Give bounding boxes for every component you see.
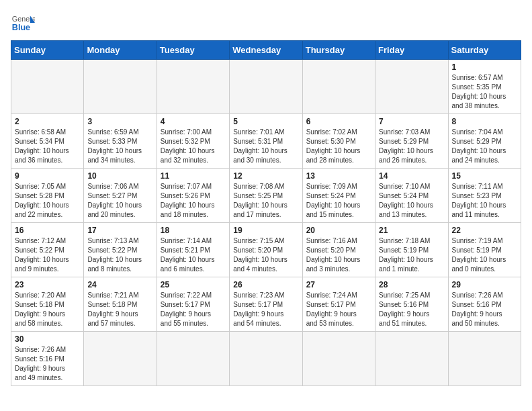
- weekday-header-friday: Friday: [375, 41, 448, 60]
- day-number: 1: [452, 62, 517, 72]
- day-number: 6: [306, 117, 371, 126]
- calendar-cell: 18Sunrise: 7:14 AM Sunset: 5:21 PM Dayli…: [157, 223, 229, 277]
- day-info: Sunrise: 6:59 AM Sunset: 5:33 PM Dayligh…: [87, 128, 152, 165]
- day-number: 15: [452, 171, 517, 181]
- day-number: 3: [87, 117, 152, 126]
- day-info: Sunrise: 7:07 AM Sunset: 5:26 PM Dayligh…: [161, 182, 226, 220]
- calendar-cell: 10Sunrise: 7:06 AM Sunset: 5:27 PM Dayli…: [84, 169, 157, 223]
- calendar-cell: 5Sunrise: 7:01 AM Sunset: 5:31 PM Daylig…: [230, 114, 302, 169]
- day-info: Sunrise: 7:09 AM Sunset: 5:24 PM Dayligh…: [306, 182, 371, 220]
- day-info: Sunrise: 7:16 AM Sunset: 5:20 PM Dayligh…: [306, 236, 371, 274]
- calendar-cell: 8Sunrise: 7:04 AM Sunset: 5:29 PM Daylig…: [448, 114, 521, 169]
- calendar-cell: 28Sunrise: 7:25 AM Sunset: 5:16 PM Dayli…: [375, 277, 448, 332]
- day-number: 4: [161, 117, 226, 126]
- logo-icon: General Blue: [11, 11, 35, 35]
- calendar-cell: 1Sunrise: 6:57 AM Sunset: 5:35 PM Daylig…: [448, 60, 521, 114]
- calendar-week-2: 2Sunrise: 6:58 AM Sunset: 5:34 PM Daylig…: [11, 114, 521, 169]
- calendar-cell: [230, 60, 302, 114]
- day-number: 7: [379, 117, 444, 126]
- calendar-week-6: 30Sunrise: 7:26 AM Sunset: 5:16 PM Dayli…: [11, 332, 521, 386]
- day-number: 2: [15, 117, 80, 126]
- calendar-cell: [375, 60, 448, 114]
- day-number: 18: [161, 226, 226, 235]
- calendar-cell: [157, 332, 229, 386]
- calendar-cell: [448, 332, 521, 386]
- calendar-week-4: 16Sunrise: 7:12 AM Sunset: 5:22 PM Dayli…: [11, 223, 521, 277]
- day-number: 14: [379, 171, 444, 181]
- calendar-cell: 7Sunrise: 7:03 AM Sunset: 5:29 PM Daylig…: [375, 114, 448, 169]
- calendar-cell: 23Sunrise: 7:20 AM Sunset: 5:18 PM Dayli…: [11, 277, 84, 332]
- calendar-cell: 12Sunrise: 7:08 AM Sunset: 5:25 PM Dayli…: [230, 169, 302, 223]
- day-number: 27: [306, 280, 371, 289]
- day-number: 16: [15, 226, 80, 235]
- day-number: 20: [306, 226, 371, 235]
- day-number: 28: [379, 280, 444, 289]
- calendar-cell: 14Sunrise: 7:10 AM Sunset: 5:24 PM Dayli…: [375, 169, 448, 223]
- weekday-header-tuesday: Tuesday: [157, 41, 229, 60]
- day-info: Sunrise: 7:25 AM Sunset: 5:16 PM Dayligh…: [379, 291, 444, 328]
- day-info: Sunrise: 7:08 AM Sunset: 5:25 PM Dayligh…: [233, 182, 298, 220]
- weekday-header-saturday: Saturday: [448, 41, 521, 60]
- day-info: Sunrise: 7:26 AM Sunset: 5:16 PM Dayligh…: [15, 345, 80, 383]
- calendar-cell: 17Sunrise: 7:13 AM Sunset: 5:22 PM Dayli…: [84, 223, 157, 277]
- day-number: 13: [306, 171, 371, 181]
- day-info: Sunrise: 7:14 AM Sunset: 5:21 PM Dayligh…: [161, 236, 226, 274]
- calendar-cell: 20Sunrise: 7:16 AM Sunset: 5:20 PM Dayli…: [302, 223, 375, 277]
- day-info: Sunrise: 7:19 AM Sunset: 5:19 PM Dayligh…: [452, 236, 517, 274]
- day-number: 19: [233, 226, 298, 235]
- day-number: 23: [15, 280, 80, 289]
- calendar-cell: 3Sunrise: 6:59 AM Sunset: 5:33 PM Daylig…: [84, 114, 157, 169]
- day-info: Sunrise: 7:22 AM Sunset: 5:17 PM Dayligh…: [161, 291, 226, 328]
- calendar-week-5: 23Sunrise: 7:20 AM Sunset: 5:18 PM Dayli…: [11, 277, 521, 332]
- day-info: Sunrise: 7:12 AM Sunset: 5:22 PM Dayligh…: [15, 236, 80, 274]
- day-info: Sunrise: 7:20 AM Sunset: 5:18 PM Dayligh…: [15, 291, 80, 328]
- weekday-header-row: SundayMondayTuesdayWednesdayThursdayFrid…: [11, 41, 521, 60]
- day-info: Sunrise: 7:06 AM Sunset: 5:27 PM Dayligh…: [87, 182, 152, 220]
- day-info: Sunrise: 7:04 AM Sunset: 5:29 PM Dayligh…: [452, 128, 517, 165]
- day-number: 10: [87, 171, 152, 181]
- calendar-cell: [302, 60, 375, 114]
- calendar-cell: [157, 60, 229, 114]
- logo: General Blue: [11, 11, 35, 35]
- day-number: 11: [161, 171, 226, 181]
- day-info: Sunrise: 7:11 AM Sunset: 5:23 PM Dayligh…: [452, 182, 517, 220]
- calendar-week-1: 1Sunrise: 6:57 AM Sunset: 5:35 PM Daylig…: [11, 60, 521, 114]
- calendar-cell: 13Sunrise: 7:09 AM Sunset: 5:24 PM Dayli…: [302, 169, 375, 223]
- day-number: 26: [233, 280, 298, 289]
- calendar-cell: 29Sunrise: 7:26 AM Sunset: 5:16 PM Dayli…: [448, 277, 521, 332]
- calendar-cell: [11, 60, 84, 114]
- day-info: Sunrise: 6:58 AM Sunset: 5:34 PM Dayligh…: [15, 128, 80, 165]
- calendar-week-3: 9Sunrise: 7:05 AM Sunset: 5:28 PM Daylig…: [11, 169, 521, 223]
- calendar-cell: [84, 60, 157, 114]
- day-info: Sunrise: 7:02 AM Sunset: 5:30 PM Dayligh…: [306, 128, 371, 165]
- day-info: Sunrise: 7:15 AM Sunset: 5:20 PM Dayligh…: [233, 236, 298, 274]
- calendar-cell: 25Sunrise: 7:22 AM Sunset: 5:17 PM Dayli…: [157, 277, 229, 332]
- calendar-cell: 11Sunrise: 7:07 AM Sunset: 5:26 PM Dayli…: [157, 169, 229, 223]
- day-info: Sunrise: 7:13 AM Sunset: 5:22 PM Dayligh…: [87, 236, 152, 274]
- svg-text:Blue: Blue: [12, 23, 30, 32]
- calendar-cell: [375, 332, 448, 386]
- calendar-cell: 19Sunrise: 7:15 AM Sunset: 5:20 PM Dayli…: [230, 223, 302, 277]
- calendar-cell: 4Sunrise: 7:00 AM Sunset: 5:32 PM Daylig…: [157, 114, 229, 169]
- weekday-header-wednesday: Wednesday: [230, 41, 302, 60]
- day-info: Sunrise: 7:21 AM Sunset: 5:18 PM Dayligh…: [87, 291, 152, 328]
- calendar-cell: [302, 332, 375, 386]
- weekday-header-thursday: Thursday: [302, 41, 375, 60]
- day-number: 9: [15, 171, 80, 181]
- day-info: Sunrise: 7:10 AM Sunset: 5:24 PM Dayligh…: [379, 182, 444, 220]
- day-number: 29: [452, 280, 517, 289]
- calendar-cell: [84, 332, 157, 386]
- calendar-table: SundayMondayTuesdayWednesdayThursdayFrid…: [11, 40, 521, 386]
- day-info: Sunrise: 7:23 AM Sunset: 5:17 PM Dayligh…: [233, 291, 298, 328]
- day-number: 8: [452, 117, 517, 126]
- day-number: 22: [452, 226, 517, 235]
- calendar-cell: 15Sunrise: 7:11 AM Sunset: 5:23 PM Dayli…: [448, 169, 521, 223]
- day-number: 12: [233, 171, 298, 181]
- weekday-header-sunday: Sunday: [11, 41, 84, 60]
- day-info: Sunrise: 7:01 AM Sunset: 5:31 PM Dayligh…: [233, 128, 298, 165]
- day-info: Sunrise: 7:03 AM Sunset: 5:29 PM Dayligh…: [379, 128, 444, 165]
- day-info: Sunrise: 7:24 AM Sunset: 5:17 PM Dayligh…: [306, 291, 371, 328]
- calendar-cell: 24Sunrise: 7:21 AM Sunset: 5:18 PM Dayli…: [84, 277, 157, 332]
- day-number: 21: [379, 226, 444, 235]
- calendar-cell: 27Sunrise: 7:24 AM Sunset: 5:17 PM Dayli…: [302, 277, 375, 332]
